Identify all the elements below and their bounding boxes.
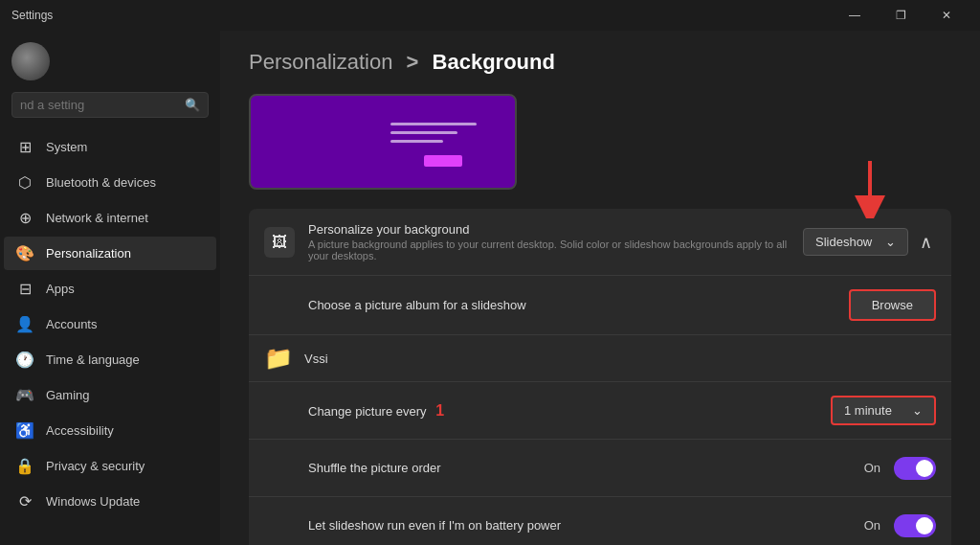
sidebar-item-label: System (46, 140, 87, 154)
personalize-row-text: Personalize your background A picture ba… (308, 222, 803, 261)
personalize-icon: 🖼 (264, 227, 295, 258)
shuffle-toggle[interactable] (894, 457, 936, 480)
change-picture-row: Change picture every 1 1 minute ⌄ (249, 382, 951, 440)
battery-toggle[interactable] (894, 514, 936, 537)
background-preview (249, 94, 517, 190)
breadcrumb-current: Background (433, 50, 555, 74)
maximize-button[interactable]: ❐ (879, 0, 923, 31)
choose-album-title: Choose a picture album for a slideshow (308, 298, 526, 312)
app-title: Settings (11, 9, 53, 22)
background-type-value: Slideshow (815, 235, 872, 249)
choose-album-row: Choose a picture album for a slideshow B… (249, 276, 951, 335)
personalize-section: 🖼 Personalize your background A picture … (249, 209, 951, 545)
expand-button[interactable]: ∧ (916, 228, 936, 257)
accessibility-icon: ♿ (15, 421, 34, 440)
folder-name: Vssi (304, 352, 328, 366)
main-content: Personalization > Background (220, 31, 980, 545)
sidebar-item-system[interactable]: ⊞ System (4, 130, 216, 164)
sidebar-item-personalization[interactable]: 🎨 Personalization (4, 237, 216, 270)
toggle-slider (894, 457, 936, 480)
battery-status: On (864, 518, 880, 533)
preview-rect (424, 155, 462, 167)
sidebar-item-accessibility[interactable]: ♿ Accessibility (4, 414, 216, 447)
sidebar-item-privacy[interactable]: 🔒 Privacy & security (4, 449, 216, 483)
close-button[interactable]: ✕ (924, 0, 969, 31)
window-controls: — ❐ ✕ (833, 0, 969, 31)
update-icon: ⟳ (15, 492, 34, 511)
sidebar-item-apps[interactable]: ⊟ Apps (4, 272, 216, 306)
sidebar-item-label: Network & internet (46, 211, 148, 225)
search-input[interactable] (20, 98, 181, 112)
sidebar-item-label: Personalization (46, 246, 131, 261)
breadcrumb: Personalization > Background (249, 50, 951, 75)
gaming-icon: 🎮 (15, 386, 34, 404)
sidebar-item-label: Accounts (46, 317, 97, 331)
sidebar-item-label: Windows Update (46, 494, 140, 509)
network-icon: ⊕ (15, 209, 34, 227)
personalize-desc: A picture background applies to your cur… (308, 238, 803, 261)
sidebar-item-time[interactable]: 🕐 Time & language (4, 343, 216, 376)
annotation-container: 🖼 Personalize your background A picture … (249, 209, 951, 545)
sidebar-item-network[interactable]: ⊕ Network & internet (4, 201, 216, 235)
sidebar-item-label: Apps (46, 282, 75, 296)
change-picture-right: 1 minute ⌄ (831, 396, 936, 425)
toggle-slider-2 (894, 514, 936, 537)
annotation-1: 1 (435, 402, 444, 419)
avatar-image (11, 42, 50, 80)
sidebar-item-label: Gaming (46, 388, 90, 402)
sidebar-item-accounts[interactable]: 👤 Accounts (4, 307, 216, 341)
time-icon: 🕐 (15, 351, 34, 369)
battery-row: Let slideshow run even if I'm on battery… (249, 497, 951, 545)
sidebar-item-label: Privacy & security (46, 459, 145, 473)
personalize-title: Personalize your background (308, 222, 803, 237)
personalize-row-left: 🖼 Personalize your background A picture … (264, 222, 803, 261)
titlebar: Settings — ❐ ✕ (0, 0, 980, 31)
privacy-icon: 🔒 (15, 457, 34, 475)
apps-icon: ⊟ (15, 280, 34, 298)
change-picture-left: Change picture every 1 (264, 402, 831, 420)
change-picture-value: 1 minute (844, 403, 892, 418)
sidebar-item-label: Accessibility (46, 423, 114, 438)
personalize-row-right: Slideshow ⌄ ∧ (803, 228, 936, 257)
chevron-down-icon: ⌄ (912, 403, 923, 418)
browse-button[interactable]: Browse (849, 289, 936, 321)
sidebar-item-update[interactable]: ⟳ Windows Update (4, 485, 216, 518)
toggle-knob (916, 460, 933, 477)
folder-row[interactable]: 📁 Vssi (249, 335, 951, 382)
preview-lines (390, 123, 477, 143)
shuffle-left: Shuffle the picture order (264, 461, 864, 475)
shuffle-right: On (864, 457, 936, 480)
app-body: 🔍 ⊞ System ⬡ Bluetooth & devices ⊕ Netwo… (0, 31, 980, 545)
sidebar-item-label: Bluetooth & devices (46, 175, 156, 190)
toggle-knob-2 (916, 517, 933, 534)
search-icon: 🔍 (185, 98, 200, 112)
change-picture-dropdown[interactable]: 1 minute ⌄ (831, 396, 936, 425)
avatar (11, 42, 50, 80)
system-icon: ⊞ (15, 138, 34, 156)
sidebar-item-bluetooth[interactable]: ⬡ Bluetooth & devices (4, 166, 216, 199)
preview-line-2 (390, 131, 457, 134)
choose-album-right: Browse (849, 289, 936, 321)
sidebar: 🔍 ⊞ System ⬡ Bluetooth & devices ⊕ Netwo… (0, 31, 220, 545)
minimize-button[interactable]: — (833, 0, 877, 31)
personalize-row: 🖼 Personalize your background A picture … (249, 209, 951, 276)
chevron-down-icon: ⌄ (885, 235, 896, 249)
battery-left: Let slideshow run even if I'm on battery… (264, 518, 864, 533)
choose-album-left: Choose a picture album for a slideshow (264, 298, 849, 312)
search-box[interactable]: 🔍 (11, 92, 209, 118)
preview-line-1 (390, 123, 477, 125)
preview-line-3 (390, 140, 443, 143)
accounts-icon: 👤 (15, 315, 34, 333)
battery-title: Let slideshow run even if I'm on battery… (308, 518, 561, 533)
shuffle-title: Shuffle the picture order (308, 461, 441, 475)
shuffle-status: On (864, 461, 880, 475)
sidebar-item-gaming[interactable]: 🎮 Gaming (4, 378, 216, 412)
bluetooth-icon: ⬡ (15, 173, 34, 192)
breadcrumb-parent[interactable]: Personalization (249, 50, 392, 74)
breadcrumb-separator: > (407, 50, 419, 74)
battery-right: On (864, 514, 936, 537)
folder-icon: 📁 (264, 345, 293, 372)
change-picture-label: Change picture every 1 (308, 402, 444, 420)
sidebar-item-label: Time & language (46, 352, 140, 367)
background-type-dropdown[interactable]: Slideshow ⌄ (803, 228, 908, 256)
